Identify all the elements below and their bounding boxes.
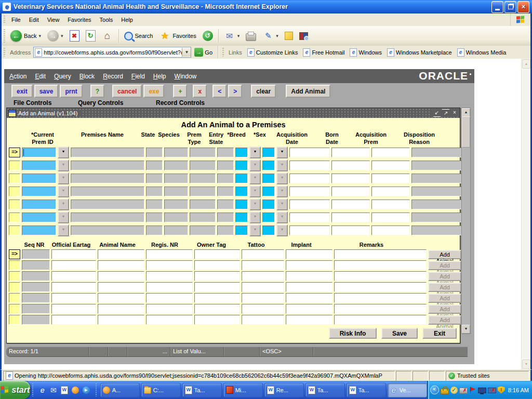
owner-tag-input[interactable]: [194, 282, 240, 292]
acquisition-date-input[interactable]: [289, 187, 330, 196]
current-prem-id-input[interactable]: [22, 187, 56, 196]
acquisition-date-input[interactable]: [289, 225, 330, 235]
toolbar-grip[interactable]: [4, 29, 5, 43]
toolbar-back-button[interactable]: ←Back▾: [7, 28, 44, 44]
animal-name-input[interactable]: [98, 249, 144, 259]
owner-tag-input[interactable]: [194, 271, 240, 281]
remarks-input[interactable]: [334, 282, 427, 292]
minimize-button[interactable]: [491, 1, 503, 13]
risk-info-button[interactable]: Risk Info: [329, 328, 377, 339]
owner-tag-input[interactable]: [194, 249, 240, 259]
acquisition-date-input[interactable]: [289, 200, 330, 209]
current-prem-id-input[interactable]: [22, 225, 56, 235]
animal-name-input[interactable]: [98, 315, 144, 325]
oracle-menu-help[interactable]: Help: [153, 73, 166, 80]
oracle-cancel-button[interactable]: cancel: [112, 85, 142, 98]
acquisition-date-input[interactable]: [289, 161, 330, 170]
scroll-up-icon[interactable]: ▲: [462, 108, 470, 117]
remarks-input[interactable]: [334, 293, 427, 303]
quick-launch-outlook-express-icon[interactable]: ✉: [49, 386, 58, 394]
official-eartag-input[interactable]: [51, 282, 96, 292]
breed-input[interactable]: [235, 161, 248, 170]
toolbar-grip[interactable]: [4, 48, 5, 57]
oracle-save-button[interactable]: save: [34, 85, 59, 98]
expand-icon[interactable]: ↗: [442, 109, 449, 117]
breed-input[interactable]: [235, 187, 248, 196]
official-eartag-input[interactable]: [51, 304, 96, 314]
task-button-mi[interactable]: Mi...: [223, 383, 263, 397]
implant-input[interactable]: [286, 282, 332, 292]
oracle-menu-record[interactable]: Record: [103, 73, 123, 80]
oracle-menu-block[interactable]: Block: [79, 73, 95, 80]
quick-launch-media-player-icon[interactable]: ▶: [82, 386, 90, 394]
acquisition-date-input[interactable]: [289, 212, 330, 222]
oracle-menu-window[interactable]: Window: [175, 73, 197, 80]
link-customize-links[interactable]: eCustomize Links: [245, 48, 301, 57]
oracle-exe-button[interactable]: exe: [143, 85, 164, 98]
tattoo-input[interactable]: [242, 271, 284, 281]
form-scrollbar[interactable]: ▲ ▼: [461, 108, 471, 334]
toolbar-search-button[interactable]: Search: [121, 28, 156, 44]
sex-input[interactable]: [262, 187, 275, 196]
close-icon[interactable]: ×: [451, 109, 458, 116]
oracle-menu-field[interactable]: Field: [131, 73, 145, 80]
animal-name-input[interactable]: [98, 260, 144, 270]
remarks-input[interactable]: [334, 271, 427, 281]
menu-item-view[interactable]: View: [43, 15, 64, 24]
network-offline-icon[interactable]: ✗: [488, 388, 496, 393]
toolbar-mail-button[interactable]: ✉▾: [221, 28, 243, 44]
breed-dropdown-button[interactable]: ▼: [249, 147, 261, 158]
remarks-input[interactable]: [334, 260, 427, 270]
task-button-a[interactable]: A...: [100, 383, 140, 397]
quick-launch-ie-icon[interactable]: e: [38, 386, 47, 394]
link-windows-media[interactable]: eWindows Media: [455, 48, 509, 57]
network-icon[interactable]: [478, 388, 486, 393]
current-prem-id-input[interactable]: [22, 200, 56, 209]
scroll-down-icon[interactable]: ▼: [522, 360, 530, 369]
address-dropdown-button[interactable]: ▼: [182, 48, 191, 57]
quick-launch-app-orange-icon[interactable]: [71, 386, 79, 394]
sex-input[interactable]: [262, 200, 275, 209]
regis-nr-input[interactable]: [146, 315, 193, 325]
flag-icon[interactable]: [469, 387, 476, 394]
toolbar-edit-button[interactable]: ✎▾: [259, 28, 282, 44]
close-button[interactable]: ×: [517, 1, 529, 13]
breed-input[interactable]: [235, 174, 248, 183]
toolbar-home-button[interactable]: ⌂: [99, 28, 116, 44]
current-prem-id-input[interactable]: [22, 161, 56, 170]
exit-button[interactable]: Exit: [422, 328, 457, 339]
implant-input[interactable]: [286, 271, 332, 281]
remarks-input[interactable]: [334, 315, 427, 325]
taskbar-grip[interactable]: [32, 383, 33, 396]
task-button-ta[interactable]: WTa...: [347, 383, 386, 397]
sex-input[interactable]: [262, 212, 275, 222]
oracle-clear-button[interactable]: clear: [251, 85, 276, 98]
sex-input[interactable]: [262, 225, 275, 235]
link-free-hotmail[interactable]: eFree Hotmail: [300, 48, 347, 57]
taskbar-grip[interactable]: [96, 383, 97, 396]
implant-input[interactable]: [286, 249, 332, 259]
toolbar-print-button[interactable]: [243, 28, 259, 44]
owner-tag-input[interactable]: [194, 315, 240, 325]
born-date-input[interactable]: [331, 200, 370, 209]
tattoo-input[interactable]: [242, 260, 284, 270]
oracle-btn-button[interactable]: ?: [90, 85, 104, 98]
animal-name-input[interactable]: [98, 282, 144, 292]
acquisition-prem-input[interactable]: [371, 174, 410, 183]
born-date-input[interactable]: [331, 187, 370, 196]
toolbar-grip[interactable]: [4, 16, 5, 24]
acquisition-prem-input[interactable]: [371, 225, 410, 235]
add-animal-window-titlebar[interactable]: Add an Animal (v1.104) ↙ ↗ ×: [7, 108, 460, 118]
toolbar-notes-button[interactable]: [282, 28, 296, 44]
scroll-up-icon[interactable]: ▲: [522, 59, 530, 69]
hide-chevron-icon[interactable]: <: [430, 385, 439, 394]
go-button[interactable]: → Go: [191, 47, 216, 58]
task-button-re[interactable]: WRe...: [264, 383, 304, 397]
remarks-input[interactable]: [334, 304, 427, 314]
tattoo-input[interactable]: [242, 315, 284, 325]
security-lock-icon[interactable]: [441, 389, 449, 394]
remarks-input[interactable]: [334, 249, 427, 259]
regis-nr-input[interactable]: [146, 304, 193, 314]
acquisition-prem-input[interactable]: [371, 148, 410, 157]
acquisition-date-input[interactable]: [289, 148, 330, 157]
